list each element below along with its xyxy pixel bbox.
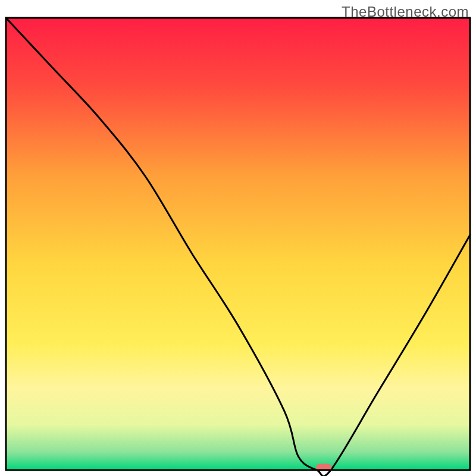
watermark-text: TheBottleneck.com [342,4,469,20]
chart-container: TheBottleneck.com [0,0,476,476]
chart-background [6,18,470,470]
bottleneck-chart [0,0,476,476]
